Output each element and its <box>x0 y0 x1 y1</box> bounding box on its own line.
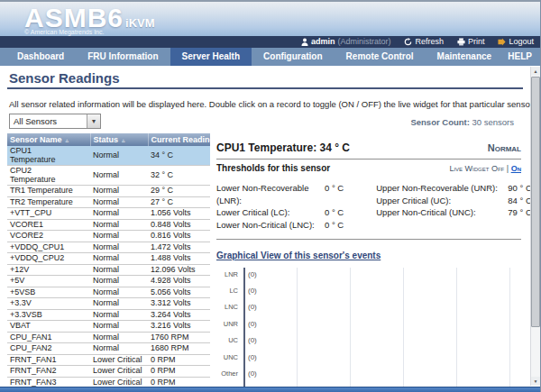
live-widget-off[interactable]: Off <box>491 164 504 173</box>
sensor-table-header-row: Sensor Name▵Status▵Current Reading▵ <box>7 133 210 146</box>
sensor-events-chart: LNR(0)LC(0)LNC(0)UNR(0)UC(0)UNC(0)Other(… <box>216 266 521 387</box>
sensor-row-cpu2-temperature[interactable]: CPU2 TemperatureNormal32 ° C <box>7 166 210 186</box>
sensor-row-frnt-fan3[interactable]: FRNT_FAN3Lower Critical0 RPM <box>7 377 210 387</box>
thresholds-heading: Thresholds for this sensor <box>216 163 330 173</box>
threshold-row: Upper Critical (UC):84 ° C <box>376 195 532 207</box>
sensor-row-tr2-temperature[interactable]: TR2 TemperatureNormal27 ° C <box>7 196 210 208</box>
divider <box>216 159 521 160</box>
utility-bar: admin (Administrator) Refresh Print Logo… <box>0 36 541 48</box>
chart-row-other: Other(0) <box>216 365 521 381</box>
chart-gridline <box>350 268 351 387</box>
nav-item-remote-control[interactable]: Remote Control <box>335 48 426 66</box>
chart-gridline <box>297 268 298 387</box>
bottom-strip <box>0 387 541 392</box>
user-role: (Administrator) <box>337 36 390 48</box>
sensor-filter-dropdown[interactable]: All Sensors ▾ <box>9 114 101 129</box>
sensor-detail-panel: CPU1 Temperature: 34 ° C Normal Threshol… <box>216 141 521 387</box>
sensor-row--vddq-cpu1[interactable]: +VDDQ_CPU1Normal1.472 Volts <box>7 242 210 253</box>
main-nav: DashboardFRU InformationServer HealthCon… <box>0 48 541 66</box>
sensor-row-frnt-fan2[interactable]: FRNT_FAN2Lower Critical0 RPM <box>7 366 210 378</box>
nav-items: DashboardFRU InformationServer HealthCon… <box>5 48 503 66</box>
sensor-row--12v[interactable]: +12VNormal12.096 Volts <box>7 264 210 276</box>
print-icon <box>457 38 465 46</box>
sensor-row-tr1-temperature[interactable]: TR1 TemperatureNormal29 ° C <box>7 186 210 197</box>
header-banner: ASMB6 iKVM © American Megatrends Inc. <box>0 0 541 36</box>
nav-item-fru-information[interactable]: FRU Information <box>76 48 170 66</box>
threshold-row: Lower Non-Critical (LNC):0 ° C <box>216 219 344 232</box>
sensor-row--3-3vsb[interactable]: +3.3VSBNormal3.264 Volts <box>7 309 210 321</box>
column-header-status[interactable]: Status▵ <box>90 133 148 146</box>
refresh-icon <box>404 38 412 46</box>
sensor-row-frnt-fan1[interactable]: FRNT_FAN1Lower Critical0 RPM <box>7 354 210 366</box>
page-description: All sensor related information will be d… <box>9 99 535 109</box>
sensor-row-cpu-fan2[interactable]: CPU_FAN2Normal1680 RPM <box>7 343 210 355</box>
divider <box>216 239 521 240</box>
nav-item-server-health[interactable]: Server Health <box>170 48 252 66</box>
sensor-row-vcore2[interactable]: VCORE2Normal0.816 Volts <box>7 231 210 242</box>
chart-row-unr: UNR(0) <box>216 315 521 332</box>
scroll-down-button[interactable]: ▼ <box>531 377 540 386</box>
live-widget-toggle: Live Widget Off | On <box>449 164 521 173</box>
current-user: admin (Administrator) <box>301 36 391 48</box>
nav-item-maintenance[interactable]: Maintenance <box>426 48 504 66</box>
sensor-row--vtt-cpu[interactable]: +VTT_CPUNormal1.056 Volts <box>7 208 210 220</box>
sensor-count-label: Sensor Count: <box>410 117 469 127</box>
user-icon <box>301 38 308 46</box>
sensor-row-cpu1-temperature[interactable]: CPU1 TemperatureNormal34 ° C <box>7 146 210 166</box>
chart-row-lnc: LNC(0) <box>216 299 521 315</box>
sensor-filter-value: All Sensors <box>10 116 87 126</box>
page-title: Sensor Readings <box>9 70 120 86</box>
column-header-sensor-name[interactable]: Sensor Name▵ <box>7 133 90 146</box>
logo-copyright: © American Megatrends Inc. <box>24 29 155 35</box>
sensor-count: Sensor Count: 30 sensors <box>410 117 514 127</box>
graphical-view-link[interactable]: Graphical View of this sensor's events <box>216 251 381 260</box>
app-window: ASMB6 iKVM © American Megatrends Inc. ad… <box>0 0 541 392</box>
sensor-row--5v[interactable]: +5VNormal4.928 Volts <box>7 276 210 287</box>
help-link[interactable]: HELP <box>508 48 541 66</box>
status-badge: Normal <box>488 142 521 153</box>
logout-button[interactable]: Logout <box>498 36 534 48</box>
chart-row-uc: UC(0) <box>216 333 521 349</box>
thresholds-upper: Upper Non-Recoverable (UNR):90 ° CUpper … <box>344 182 532 231</box>
threshold-row: Lower Non-Recoverable (LNR):0 ° C <box>216 182 344 206</box>
live-widget-on-link[interactable]: On <box>511 164 521 173</box>
sensor-count-value: 30 sensors <box>472 117 514 127</box>
nav-item-dashboard[interactable]: Dashboard <box>5 48 76 66</box>
scroll-up-button[interactable]: ▲ <box>531 67 540 76</box>
sensor-row-vcore1[interactable]: VCORE1Normal0.848 Volts <box>7 219 210 231</box>
nav-item-configuration[interactable]: Configuration <box>252 48 335 66</box>
scrollbar-thumb[interactable] <box>531 77 540 327</box>
sensor-row--3-3v[interactable]: +3.3VNormal3.312 Volts <box>7 298 210 310</box>
chart-row-lc: LC(0) <box>216 282 521 298</box>
chart-row-unc: UNC(0) <box>216 349 521 365</box>
user-name: admin <box>311 36 335 48</box>
threshold-row: Upper Non-Recoverable (UNR):90 ° C <box>376 182 532 195</box>
chevron-down-icon[interactable]: ▾ <box>87 114 100 128</box>
chart-gridline <box>403 268 404 387</box>
threshold-row: Upper Non-Critical (UNC):79 ° C <box>376 206 532 219</box>
sensor-row--5vsb[interactable]: +5VSBNormal5.056 Volts <box>7 287 210 298</box>
sort-icon: ▵ <box>66 137 69 143</box>
sensor-table-body: CPU1 TemperatureNormal34 ° CCPU2 Tempera… <box>7 146 210 387</box>
refresh-button[interactable]: Refresh <box>404 36 444 48</box>
column-header-current-reading[interactable]: Current Reading▵ <box>148 133 210 146</box>
sensor-row-vbat[interactable]: VBATNormal3.216 Volts <box>7 321 210 333</box>
threshold-row: Lower Critical (LC):0 ° C <box>216 206 344 219</box>
title-divider <box>7 87 523 89</box>
content-area: Sensor Readings All sensor related infor… <box>0 66 541 387</box>
live-widget-label: Live Widget <box>449 164 489 173</box>
chart-gridline <box>456 268 457 387</box>
sort-icon: ▵ <box>122 137 125 143</box>
logo-subtitle: iKVM <box>125 16 155 30</box>
chart-gridline <box>509 268 510 387</box>
sensor-row-cpu-fan1[interactable]: CPU_FAN1Normal1760 RPM <box>7 332 210 343</box>
sensor-table: Sensor Name▵Status▵Current Reading▵ CPU1… <box>7 133 211 387</box>
thresholds-lower: Lower Non-Recoverable (LNR):0 ° CLower C… <box>216 182 344 231</box>
sensor-row--vddq-cpu2[interactable]: +VDDQ_CPU2Normal1.488 Volts <box>7 253 210 265</box>
logout-icon <box>498 38 506 46</box>
vertical-scrollbar[interactable]: ▲ ▼ <box>530 67 540 386</box>
print-button[interactable]: Print <box>457 36 485 48</box>
chart-rows: LNR(0)LC(0)LNC(0)UNR(0)UC(0)UNC(0)Other(… <box>216 266 521 387</box>
brand-logo: ASMB6 iKVM © American Megatrends Inc. <box>24 3 155 35</box>
chart-row-lnr: LNR(0) <box>216 266 521 282</box>
